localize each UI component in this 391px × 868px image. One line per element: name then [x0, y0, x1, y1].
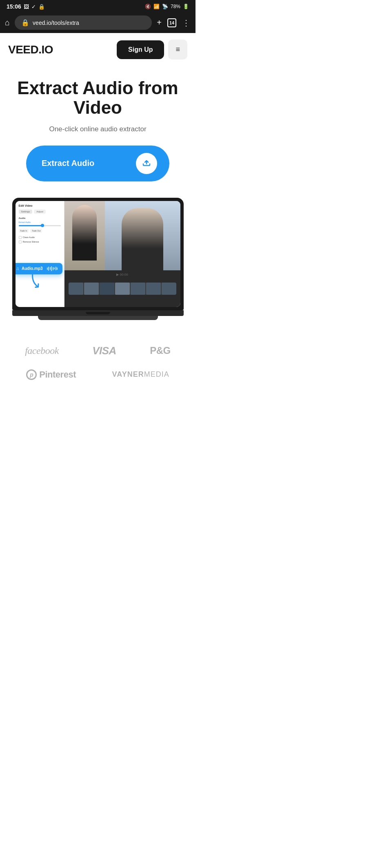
status-battery-icon: 🔋: [183, 4, 189, 9]
audio-filename: Audio.mp3: [22, 266, 43, 271]
video-preview: [64, 201, 180, 270]
thumb-4: [115, 283, 130, 295]
wave-4: [51, 266, 52, 271]
pg-logo: P&G: [150, 345, 171, 356]
thumb-5: [131, 283, 145, 295]
laptop-inner: Edit Video Settings Adjust Audio Extract…: [16, 201, 180, 307]
browser-actions: + 14 ⋮: [157, 18, 191, 28]
audio-waveform: [47, 266, 58, 271]
partners-section: facebook VISA P&G p Pinterest VAYNERMEDI…: [0, 328, 196, 400]
tab-count[interactable]: 14: [167, 18, 176, 27]
main-content: VEED.IO Sign Up ≡ Extract Audio from Vid…: [0, 33, 196, 400]
hero-section: Extract Audio from Video One-click onlin…: [0, 66, 196, 190]
extract-audio-button[interactable]: Extract Audio: [26, 146, 169, 181]
status-bar: 15:06 🖼 ✓ 🔒 🔇 📶 📡 78% 🔋: [0, 0, 196, 12]
lock-icon: 🔒: [21, 19, 29, 27]
remove-silence-checkbox[interactable]: [19, 241, 22, 243]
app-screenshot-section: Edit Video Settings Adjust Audio Extract…: [0, 190, 196, 328]
fade-out-btn[interactable]: Fade Out: [30, 229, 42, 233]
thumb-3: [100, 283, 114, 295]
editor-main: ▶ 00:00: [64, 201, 180, 307]
wave-5: [53, 267, 53, 270]
clean-audio-option: Clean Audio: [19, 236, 61, 239]
hero-subtitle: One-click online audio extractor: [8, 125, 187, 133]
wave-2: [48, 267, 49, 271]
clean-audio-label: Clean Audio: [23, 236, 35, 239]
browser-bar: ⌂ 🔒 veed.io/tools/extra + 14 ⋮: [0, 12, 196, 33]
upload-arrow-icon: [142, 157, 151, 170]
audio-slider[interactable]: [19, 225, 61, 226]
wave-8: [57, 267, 58, 270]
status-time: 15:06: [7, 3, 21, 10]
fade-in-btn[interactable]: Fade In: [19, 229, 29, 233]
new-tab-icon[interactable]: +: [157, 18, 162, 27]
vayner-bold: VAYNER: [112, 370, 144, 378]
music-icon: ♫: [16, 266, 20, 271]
status-check-icon: ✓: [31, 4, 36, 10]
status-wifi-icon: 📶: [153, 4, 160, 9]
editor-title: Edit Video: [19, 204, 61, 207]
timeline-bar: [69, 283, 176, 295]
pinterest-icon: p: [26, 369, 37, 380]
wave-3: [50, 267, 51, 270]
menu-button[interactable]: ≡: [168, 40, 187, 60]
video-right-panel: [105, 201, 180, 270]
timeline-thumbnails: [69, 283, 176, 295]
remove-silence-label: Remove Silence: [23, 241, 39, 243]
thumb-6: [146, 283, 161, 295]
nav-actions: Sign Up ≡: [117, 40, 187, 60]
pinterest-logo: p Pinterest: [26, 369, 76, 380]
laptop-screen: Edit Video Settings Adjust Audio Extract…: [12, 198, 184, 310]
hero-title: Extract Audio from Video: [8, 78, 187, 118]
home-icon[interactable]: ⌂: [5, 18, 10, 27]
person-silhouette-right: [122, 208, 163, 270]
thumb-2: [84, 283, 99, 295]
laptop-frame: Edit Video Settings Adjust Audio Extract…: [12, 198, 184, 320]
partners-row-2: p Pinterest VAYNERMEDIA: [8, 369, 187, 380]
wave-7: [56, 267, 56, 270]
extract-audio-small-btn[interactable]: Extract Audio: [19, 221, 61, 223]
thumb-7: [162, 283, 176, 295]
visa-logo: VISA: [92, 345, 116, 357]
video-timeline: ▶ 00:00: [64, 270, 180, 307]
hamburger-icon: ≡: [176, 45, 180, 53]
editor-tabs: Settings Adjust: [19, 210, 61, 214]
status-photo-icon: 🖼: [24, 4, 29, 10]
status-lock-icon: 🔒: [38, 4, 45, 10]
browser-menu-icon[interactable]: ⋮: [182, 18, 191, 28]
extract-audio-label: Extract Audio: [42, 159, 94, 168]
laptop-notch: [86, 312, 110, 314]
clean-audio-checkbox[interactable]: [19, 236, 22, 239]
wave-1: [47, 267, 48, 270]
laptop-base: [12, 310, 184, 316]
adjust-tab[interactable]: Adjust: [34, 210, 46, 214]
partners-row-1: facebook VISA P&G: [8, 345, 187, 357]
playback-controls: ▶ 00:00: [64, 270, 180, 276]
remove-silence-option: Remove Silence: [19, 241, 61, 243]
thumb-1: [69, 283, 83, 295]
signup-button[interactable]: Sign Up: [117, 40, 164, 59]
fade-controls: Fade In Fade Out: [19, 229, 61, 233]
pinterest-text: Pinterest: [39, 369, 76, 380]
status-mute-icon: 🔇: [145, 4, 151, 9]
laptop-stand: [38, 316, 158, 320]
logo: VEED.IO: [8, 43, 53, 56]
person-silhouette-left: [72, 205, 97, 261]
status-battery: 78%: [171, 4, 180, 9]
upload-icon-circle: [136, 153, 157, 174]
audio-file-badge: ♫ Audio.mp3: [16, 263, 63, 274]
status-left: 15:06 🖼 ✓ 🔒: [7, 3, 45, 10]
media-text: MEDIA: [144, 370, 169, 378]
facebook-logo: facebook: [25, 345, 59, 356]
settings-tab[interactable]: Settings: [19, 210, 33, 214]
status-right: 🔇 📶 📡 78% 🔋: [145, 4, 189, 9]
address-bar[interactable]: 🔒 veed.io/tools/extra: [15, 15, 152, 30]
url-text: veed.io/tools/extra: [33, 20, 79, 26]
status-signal-icon: 📡: [162, 4, 168, 9]
video-left-panel: [64, 201, 105, 270]
vaynermedia-logo: VAYNERMEDIA: [112, 370, 169, 379]
audio-label: Audio: [19, 217, 61, 219]
wave-6: [54, 267, 55, 269]
nav: VEED.IO Sign Up ≡: [0, 33, 196, 66]
